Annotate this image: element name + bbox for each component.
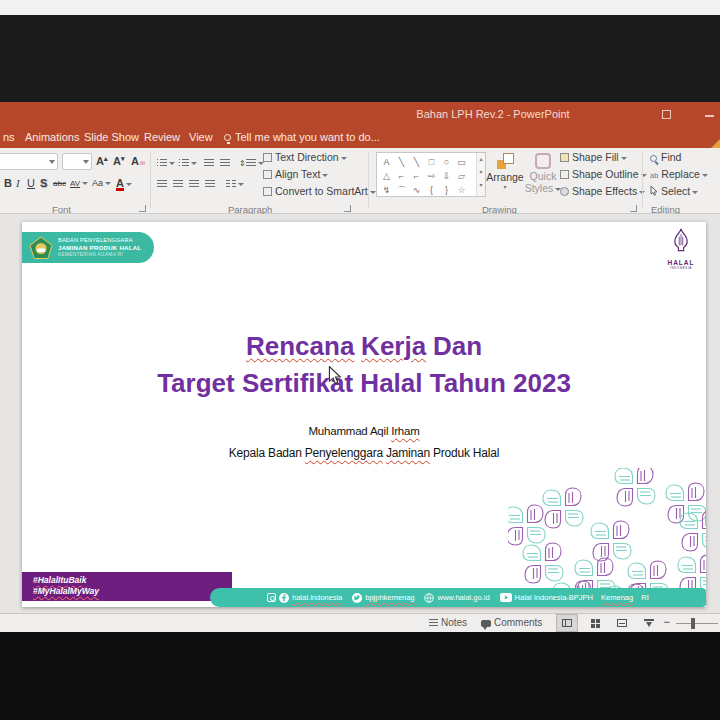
shape-fill-button[interactable]: Shape Fill — [560, 151, 627, 163]
replace-button[interactable]: abReplace — [650, 168, 708, 180]
numbering-button[interactable] — [179, 156, 197, 168]
shape-outline-button[interactable]: Shape Outline — [560, 168, 647, 180]
chevron-down-icon[interactable] — [83, 160, 89, 164]
shape-icon[interactable]: ⌒ — [394, 183, 409, 197]
group-separator — [150, 151, 151, 208]
comments-button[interactable]: Comments — [481, 617, 542, 628]
globe-icon — [424, 593, 434, 603]
tab-transitions-partial[interactable]: ns — [3, 131, 15, 143]
hashtag-banner[interactable]: #HalalItuBaik #MyHalalMyWay — [22, 572, 232, 601]
tell-me-box[interactable]: Tell me what you want to do... — [224, 131, 380, 143]
strikethrough-button[interactable]: abc — [53, 179, 66, 188]
corner-notification-icon — [711, 139, 720, 148]
lightbulb-icon — [224, 134, 231, 141]
find-button[interactable]: Find — [650, 151, 681, 163]
justify-button[interactable] — [205, 177, 215, 189]
font-dialog-launcher-icon[interactable] — [139, 205, 146, 212]
bpjph-badge[interactable]: BADAN PENYELENGGARA JAMINAN PRODUK HALAL… — [22, 232, 154, 263]
mouse-cursor-icon — [328, 366, 342, 385]
notes-button[interactable]: Notes — [429, 617, 467, 628]
shape-icon[interactable]: ↯ — [379, 183, 394, 197]
align-right-button[interactable] — [189, 177, 199, 189]
line-spacing-button[interactable]: ⇕ — [239, 156, 264, 168]
statusbar: Notes Comments − — [0, 613, 720, 632]
drawing-dialog-launcher-icon[interactable] — [630, 205, 637, 212]
capture-black-band-top — [0, 15, 720, 102]
bullet-list-icon — [157, 159, 167, 168]
select-button[interactable]: Select — [650, 185, 698, 197]
chevron-down-icon — [126, 183, 132, 186]
chevron-down-icon — [322, 174, 328, 177]
align-left-button[interactable] — [157, 177, 167, 189]
tab-view[interactable]: View — [189, 131, 213, 143]
convert-smartart-button[interactable]: Convert to SmartArt — [263, 185, 376, 197]
shape-icon[interactable]: { — [424, 183, 439, 197]
shapes-gallery[interactable]: A╲╲□○▭△⌐⌐⇨⇩▱↯⌒∿{}☆▴▾▾ — [376, 152, 486, 197]
columns-button[interactable] — [226, 177, 244, 189]
clear-formatting-button[interactable]: A — [131, 155, 145, 167]
decrease-indent-button[interactable] — [204, 156, 214, 168]
character-spacing-button[interactable]: AV — [70, 179, 88, 188]
chevron-down-icon[interactable] — [49, 160, 55, 164]
social-footer-bar[interactable]: halal.indonesia bpjphkemenag www.halal.g… — [210, 588, 706, 607]
text-shadow-button[interactable]: S — [40, 177, 47, 189]
bullets-button[interactable] — [157, 156, 175, 168]
restore-window-icon[interactable] — [662, 110, 671, 119]
slide-title[interactable]: RencanaKerjaDan Target Sertifikat Halal … — [22, 328, 706, 402]
slideshow-view-button[interactable] — [638, 614, 660, 632]
instagram-icon — [267, 593, 276, 602]
ribbon: A▴ A▾ A B I U S abc AV Aa A Font ⇕ Text … — [0, 148, 720, 214]
shapes-gallery-scrollbar[interactable]: ▴▾▾ — [476, 153, 485, 196]
slide-sorter-view-button[interactable] — [584, 614, 606, 632]
underline-button[interactable]: U — [27, 177, 35, 189]
arrange-button[interactable]: Arrange ▾ — [486, 151, 524, 190]
bold-button[interactable]: B — [4, 177, 12, 189]
halal-indonesia-logo[interactable]: HALAL INDONESIA — [660, 228, 702, 270]
kemenag-logo-icon — [29, 236, 53, 260]
font-color-button[interactable]: A — [116, 177, 132, 191]
reading-view-button[interactable] — [611, 614, 633, 632]
grow-font-button[interactable]: A▴ — [96, 155, 107, 167]
shape-effects-button[interactable]: Shape Effects — [560, 185, 645, 197]
zoom-slider-track[interactable] — [676, 623, 718, 624]
change-case-button[interactable]: Aa — [92, 178, 111, 188]
zoom-slider-handle[interactable] — [691, 618, 695, 629]
shape-icon[interactable]: ∿ — [409, 183, 424, 197]
shape-icon[interactable]: } — [439, 183, 454, 197]
align-text-icon — [263, 170, 272, 179]
font-name-combobox[interactable] — [0, 153, 58, 170]
slide-canvas[interactable]: BADAN PENYELENGGARA JAMINAN PRODUK HALAL… — [22, 222, 706, 607]
zoom-out-button[interactable]: − — [663, 615, 670, 629]
minimize-window-icon[interactable] — [705, 115, 714, 117]
font-size-combobox[interactable] — [62, 153, 92, 170]
align-center-button[interactable] — [173, 177, 183, 189]
youtube-icon — [500, 593, 512, 602]
align-center-icon — [173, 180, 183, 189]
tab-animations[interactable]: Animations — [25, 131, 79, 143]
align-text-button[interactable]: Align Text — [263, 168, 328, 180]
quick-styles-button[interactable]: Quick Styles — [524, 151, 562, 194]
tab-slide-show[interactable]: Slide Show — [84, 131, 139, 143]
slide-subtitle-name[interactable]: Muhammad AqilIrham — [22, 425, 706, 437]
increase-indent-button[interactable] — [220, 156, 230, 168]
gunungan-icon — [669, 228, 693, 254]
twitter-handle: bpjphkemenag — [352, 593, 414, 603]
shape-icon[interactable]: ☆ — [454, 183, 469, 197]
normal-view-button[interactable] — [556, 614, 578, 632]
select-cursor-icon — [650, 186, 658, 196]
shape-fill-icon — [560, 153, 569, 162]
badge-line1: BADAN PENYELENGGARA — [58, 237, 141, 244]
italic-button[interactable]: I — [16, 177, 20, 189]
quick-styles-icon — [535, 153, 551, 169]
text-direction-button[interactable]: Text Direction — [263, 151, 347, 163]
slide-subtitle-role[interactable]: Kepala BadanPenyelenggaraJaminanProduk H… — [22, 446, 706, 460]
chevron-down-icon — [341, 157, 347, 160]
paragraph-dialog-launcher-icon[interactable] — [344, 205, 351, 212]
group-separator — [368, 151, 369, 208]
shrink-font-button[interactable]: A▾ — [113, 155, 124, 167]
notes-icon — [429, 619, 438, 627]
tab-review[interactable]: Review — [144, 131, 180, 143]
website-url: www.halal.go.id — [424, 593, 489, 603]
normal-view-icon — [562, 619, 572, 627]
comments-icon — [481, 620, 491, 627]
